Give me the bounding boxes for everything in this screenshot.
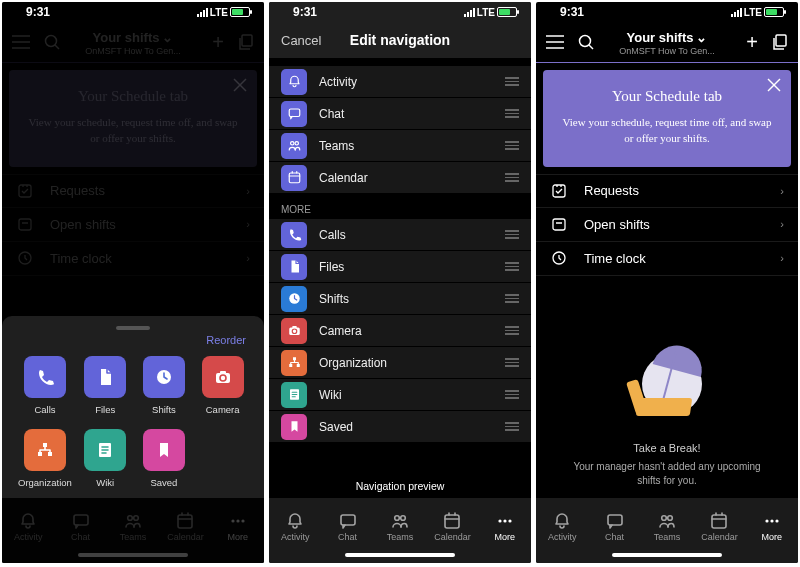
home-indicator[interactable] — [345, 553, 455, 557]
empty-title: Take a Break! — [536, 442, 798, 454]
sheet-item-calls[interactable]: Calls — [18, 356, 72, 415]
drag-handle-icon[interactable] — [505, 141, 519, 150]
drag-handle-icon[interactable] — [505, 230, 519, 239]
nav-row-calls[interactable]: Calls — [269, 219, 531, 250]
sheet-item-label: Organization — [18, 477, 72, 488]
teams-icon — [281, 133, 307, 159]
svg-rect-38 — [341, 515, 355, 525]
nav-row-files[interactable]: Files — [269, 251, 531, 282]
tab-chat[interactable]: Chat — [588, 510, 640, 542]
tab-activity[interactable]: Activity — [536, 510, 588, 542]
status-time: 9:31 — [560, 5, 584, 19]
svg-point-61 — [770, 519, 773, 522]
relax-illustration — [617, 352, 717, 432]
drag-handle-icon[interactable] — [505, 262, 519, 271]
tab-label: More — [479, 532, 531, 542]
nav-row-calendar[interactable]: Calendar — [269, 162, 531, 193]
sheet-item-label: Calls — [18, 404, 72, 415]
drag-handle-icon[interactable] — [505, 109, 519, 118]
close-icon[interactable] — [767, 78, 781, 92]
drag-handle-icon[interactable] — [505, 173, 519, 182]
sheet-item-camera[interactable]: Camera — [197, 356, 248, 415]
menu-item-requests[interactable]: Requests› — [536, 174, 798, 208]
section-more-label: More — [269, 194, 531, 219]
svg-rect-14 — [220, 371, 226, 374]
tab-teams[interactable]: Teams — [641, 510, 693, 542]
app-header: Your shifts⌄ OnMSFT How To Gen... + — [536, 22, 798, 62]
svg-point-28 — [295, 142, 298, 145]
nav-row-label: Activity — [319, 75, 357, 89]
tab-teams[interactable]: Teams — [374, 510, 426, 542]
copy-shift-icon[interactable] — [772, 34, 788, 50]
svg-rect-50 — [776, 35, 786, 46]
chevron-right-icon: › — [780, 252, 784, 264]
drag-handle-icon[interactable] — [505, 390, 519, 399]
network-label: LTE — [744, 7, 762, 18]
reorder-link[interactable]: Reorder — [14, 334, 252, 346]
sheet-item-files[interactable]: Files — [80, 356, 131, 415]
tab-calendar[interactable]: Calendar — [426, 510, 478, 542]
chat-icon — [588, 510, 640, 532]
svg-rect-53 — [553, 185, 565, 197]
sheet-grabber[interactable] — [116, 326, 150, 330]
calls-icon — [24, 356, 66, 398]
clock-icon — [550, 250, 568, 266]
svg-point-43 — [503, 519, 506, 522]
sheet-item-label: Files — [80, 404, 131, 415]
teams-icon — [374, 510, 426, 532]
sheet-item-org[interactable]: Organization — [18, 429, 72, 488]
nav-row-camera[interactable]: Camera — [269, 315, 531, 346]
nav-row-org[interactable]: Organization — [269, 347, 531, 378]
requests-icon — [550, 183, 568, 199]
sheet-item-shifts[interactable]: Shifts — [139, 356, 190, 415]
tab-more[interactable]: More — [746, 510, 798, 542]
tab-label: Chat — [588, 532, 640, 542]
nav-row-activity[interactable]: Activity — [269, 66, 531, 97]
calls-icon — [281, 222, 307, 248]
svg-point-62 — [775, 519, 778, 522]
nav-row-label: Files — [319, 260, 344, 274]
menu-item-openshifts[interactable]: Open shifts› — [536, 208, 798, 242]
tab-label: Activity — [536, 532, 588, 542]
more-icon — [479, 510, 531, 532]
tab-label: Activity — [269, 532, 321, 542]
screen-shifts-main: 9:31 LTE Your shifts⌄ OnMSFT How To Gen.… — [536, 2, 798, 563]
svg-point-42 — [498, 519, 501, 522]
nav-row-label: Camera — [319, 324, 362, 338]
nav-row-saved[interactable]: Saved — [269, 411, 531, 442]
drag-handle-icon[interactable] — [505, 77, 519, 86]
nav-row-chat[interactable]: Chat — [269, 98, 531, 129]
svg-point-57 — [662, 515, 667, 520]
network-label: LTE — [210, 7, 228, 18]
hamburger-icon[interactable] — [546, 35, 564, 49]
nav-row-shifts[interactable]: Shifts — [269, 283, 531, 314]
chat-icon — [281, 101, 307, 127]
drag-handle-icon[interactable] — [505, 422, 519, 431]
menu-item-timeclock[interactable]: Time clock› — [536, 242, 798, 276]
files-icon — [84, 356, 126, 398]
tab-chat[interactable]: Chat — [321, 510, 373, 542]
nav-row-teams[interactable]: Teams — [269, 130, 531, 161]
tab-more[interactable]: More — [479, 510, 531, 542]
home-indicator[interactable] — [612, 553, 722, 557]
signal-icon — [731, 8, 742, 17]
shifts-icon — [143, 356, 185, 398]
drag-handle-icon[interactable] — [505, 326, 519, 335]
add-icon[interactable]: + — [746, 31, 758, 54]
sheet-item-saved[interactable]: Saved — [139, 429, 190, 488]
tab-label: Teams — [641, 532, 693, 542]
search-icon[interactable] — [578, 34, 594, 50]
screen-more-sheet: 9:31 LTE Your shifts⌄ OnMSFT How To Gen.… — [2, 2, 264, 563]
tab-activity[interactable]: Activity — [269, 510, 321, 542]
chevron-right-icon: › — [780, 218, 784, 230]
svg-rect-56 — [608, 515, 622, 525]
nav-row-label: Chat — [319, 107, 344, 121]
drag-handle-icon[interactable] — [505, 294, 519, 303]
drag-handle-icon[interactable] — [505, 358, 519, 367]
sheet-item-wiki[interactable]: Wiki — [80, 429, 131, 488]
header-title[interactable]: Your shifts⌄ — [627, 30, 708, 45]
status-bar: 9:31 LTE — [269, 2, 531, 22]
tab-calendar[interactable]: Calendar — [693, 510, 745, 542]
cancel-button[interactable]: Cancel — [269, 33, 321, 48]
nav-row-wiki[interactable]: Wiki — [269, 379, 531, 410]
